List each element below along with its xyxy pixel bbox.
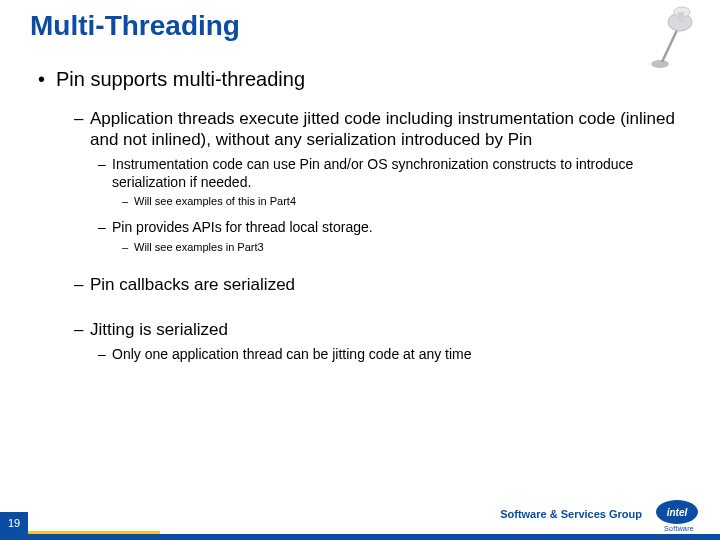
- bullet-dot-icon: •: [38, 68, 56, 91]
- bullet-dash-icon: –: [98, 346, 112, 364]
- bullet-level2: – Application threads execute jitted cod…: [74, 109, 690, 150]
- bullet-text: Pin callbacks are serialized: [90, 275, 295, 296]
- bullet-text: Pin supports multi-threading: [56, 68, 305, 91]
- bullet-level3: – Only one application thread can be jit…: [98, 346, 690, 364]
- bullet-text: Will see examples of this in Part4: [134, 195, 296, 207]
- intel-logo: intel Software: [650, 500, 708, 532]
- bullet-dash-icon: –: [122, 195, 134, 207]
- slide: Multi-Threading • Pin supports multi-thr…: [0, 0, 720, 540]
- bullet-dash-icon: –: [98, 219, 112, 237]
- pushpin-icon: [648, 2, 698, 72]
- intel-logo-text: intel: [656, 500, 698, 524]
- footer-group-label: Software & Services Group: [500, 508, 642, 520]
- bullet-level3: – Instrumentation code can use Pin and/o…: [98, 156, 690, 191]
- intel-logo-subtext: Software: [650, 525, 708, 532]
- page-number: 19: [0, 512, 28, 534]
- footer-bar: [0, 534, 720, 540]
- bullet-level1: • Pin supports multi-threading: [38, 68, 690, 91]
- bullet-dash-icon: –: [74, 109, 90, 150]
- bullet-text: Pin provides APIs for thread local stora…: [112, 219, 373, 237]
- bullet-text: Application threads execute jitted code …: [90, 109, 690, 150]
- bullet-dash-icon: –: [74, 320, 90, 341]
- bullet-level2: – Jitting is serialized: [74, 320, 690, 341]
- bullet-level3: – Pin provides APIs for thread local sto…: [98, 219, 690, 237]
- svg-line-1: [662, 28, 678, 62]
- bullet-text: Jitting is serialized: [90, 320, 228, 341]
- footer: Software & Services Group intel Software…: [0, 492, 720, 540]
- bullet-dash-icon: –: [74, 275, 90, 296]
- bullet-dash-icon: –: [98, 156, 112, 191]
- bullet-level4: – Will see examples of this in Part4: [122, 195, 690, 207]
- bullet-level2: – Pin callbacks are serialized: [74, 275, 690, 296]
- bullet-dash-icon: –: [122, 241, 134, 253]
- bullet-text: Will see examples in Part3: [134, 241, 264, 253]
- bullet-text: Instrumentation code can use Pin and/or …: [112, 156, 690, 191]
- svg-point-0: [651, 60, 669, 68]
- bullet-text: Only one application thread can be jitti…: [112, 346, 472, 364]
- content-area: • Pin supports multi-threading – Applica…: [38, 68, 690, 368]
- bullet-level4: – Will see examples in Part3: [122, 241, 690, 253]
- slide-title: Multi-Threading: [30, 10, 240, 42]
- svg-rect-4: [678, 12, 684, 22]
